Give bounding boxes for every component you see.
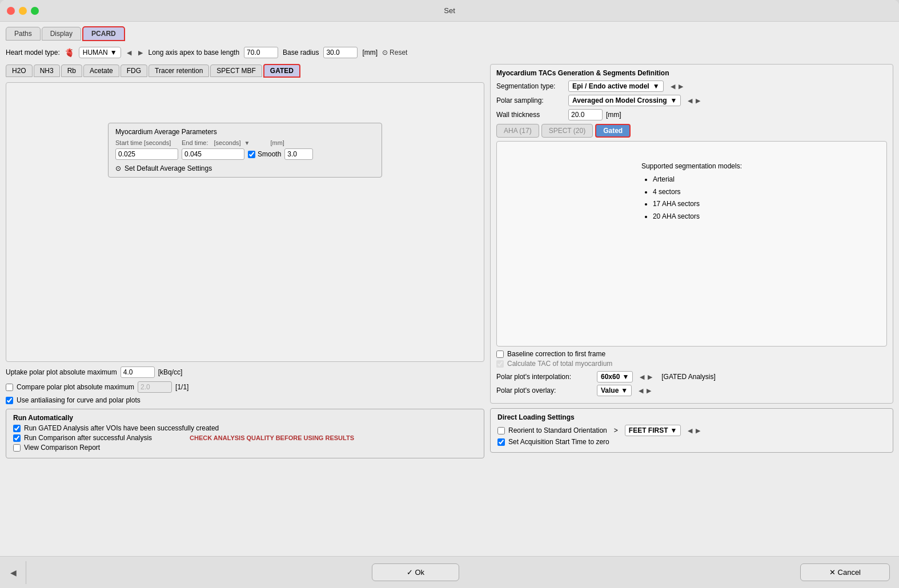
dropdown-icon: ▼ <box>110 49 117 57</box>
run-gated-row: Run GATED Analysis after VOIs have been … <box>13 424 477 432</box>
set-default-row: ⊙ Set Default Average Settings <box>115 164 375 172</box>
baseline-row: Baseline correction to first frame <box>496 350 887 358</box>
smooth-value-input[interactable] <box>284 148 313 160</box>
feet-first-next-btn[interactable]: ▶ <box>695 427 701 434</box>
polar-dropdown-icon: ▼ <box>671 96 677 104</box>
wall-thickness-row: Wall thickness [mm] <box>496 109 887 120</box>
feet-first-prev-btn[interactable]: ◀ <box>687 427 693 434</box>
wall-thickness-input[interactable] <box>568 109 603 120</box>
start-time-header: Start time [seconds] <box>115 139 178 146</box>
compare-input[interactable] <box>138 381 172 393</box>
seg-prev-btn[interactable]: ◀ <box>669 83 676 90</box>
uptake-input[interactable] <box>121 367 155 378</box>
feet-first-select[interactable]: FEET FIRST ▼ <box>625 425 681 436</box>
polar-interp-next-btn[interactable]: ▶ <box>647 373 653 381</box>
heart-model-select[interactable]: HUMAN ▼ <box>79 47 121 58</box>
uptake-row: Uptake polar plot absolute maximum [kBq/… <box>6 367 484 378</box>
tab-acetate[interactable]: Acetate <box>83 65 119 77</box>
feet-first-arrow: ▼ <box>670 426 677 434</box>
seg-type-label: Segmentation type: <box>496 82 565 90</box>
warning-text: CHECK ANALYSIS QUALITY BEFORE USING RESU… <box>190 434 354 441</box>
tab-paths[interactable]: Paths <box>6 27 41 41</box>
polar-overlay-select[interactable]: Value ▼ <box>597 385 632 396</box>
reset-button[interactable]: ⊙ Reset <box>382 49 407 57</box>
base-radius-label: Base radius <box>283 49 319 57</box>
tab-aha17[interactable]: AHA (17) <box>496 124 539 138</box>
time-dropdown-arrow[interactable]: ▼ <box>244 140 250 146</box>
wall-thickness-label: Wall thickness <box>496 111 565 119</box>
polar-overlay-next-btn[interactable]: ▶ <box>645 387 652 394</box>
footer-ok: ✓ Ok <box>372 563 459 581</box>
compare-checkbox[interactable] <box>6 384 13 391</box>
myo-params-title: Myocardium Average Parameters <box>115 128 375 136</box>
view-comparison-checkbox[interactable] <box>13 444 21 452</box>
run-comparison-checkbox[interactable] <box>13 434 21 442</box>
prev-model-btn[interactable]: ◀ <box>126 49 133 57</box>
seg-type-arrows: ◀ ▶ <box>669 83 684 90</box>
polar-interp-arrows: ◀ ▶ <box>639 373 653 381</box>
tab-fdg[interactable]: FDG <box>121 65 147 77</box>
footer-nav: ◀ <box>9 561 31 584</box>
tab-h2o[interactable]: H2O <box>6 65 33 77</box>
polar-interp-row: Polar plot's interpolation: 60x60 ▼ ◀ ▶ … <box>496 371 887 382</box>
calculate-tac-checkbox[interactable] <box>496 360 504 368</box>
compare-label: Compare polar plot absolute maximum <box>17 383 134 391</box>
heart-model-row: Heart model type: 🫀 HUMAN ▼ ◀ ▶ Long axi… <box>6 45 893 61</box>
model-17aha: 17 AHA sectors <box>653 198 742 211</box>
polar-interp-value: 60x60 <box>601 373 620 381</box>
heart-model-value: HUMAN <box>83 49 108 57</box>
close-button[interactable] <box>7 7 15 15</box>
tab-spect20[interactable]: SPECT (20) <box>541 124 593 138</box>
minimize-button[interactable] <box>19 7 27 15</box>
tab-rb[interactable]: Rb <box>61 65 82 77</box>
heart-model-label: Heart model type: <box>6 49 60 57</box>
antialias-row: Use antialiasing for curve and polar plo… <box>6 396 484 404</box>
footer-prev-btn[interactable]: ◀ <box>9 568 18 577</box>
ok-button[interactable]: ✓ Ok <box>372 563 459 581</box>
smooth-checkbox[interactable] <box>248 151 255 158</box>
seconds-header: [seconds] <box>214 139 240 146</box>
calculate-tac-label: Calculate TAC of total myocardium <box>507 360 612 368</box>
direct-title: Direct Loading Settings <box>497 413 886 421</box>
window-controls[interactable] <box>7 7 39 15</box>
polar-sampling-select[interactable]: Averaged on Model Crossing ▼ <box>568 95 681 106</box>
polar-interp-prev-btn[interactable]: ◀ <box>639 373 645 381</box>
tab-spect-mbf[interactable]: SPECT MBF <box>210 65 262 77</box>
polar-next-btn[interactable]: ▶ <box>695 97 701 104</box>
reset-radio-icon: ⊙ <box>382 49 388 57</box>
cancel-button[interactable]: ✕ Cancel <box>800 563 890 581</box>
seg-type-select[interactable]: Epi / Endo active model ▼ <box>568 80 664 92</box>
baseline-checkbox[interactable] <box>496 351 504 358</box>
tab-display[interactable]: Display <box>42 27 81 41</box>
tab-gated[interactable]: GATED <box>263 64 300 78</box>
long-axis-input[interactable] <box>244 47 278 58</box>
view-comparison-label: View Comparison Report <box>24 444 100 452</box>
polar-prev-btn[interactable]: ◀ <box>687 97 693 104</box>
start-time-input[interactable] <box>115 148 178 160</box>
next-model-btn[interactable]: ▶ <box>137 49 144 57</box>
footer: ◀ ✓ Ok ✕ Cancel <box>0 556 899 588</box>
set-acq-checkbox[interactable] <box>497 438 505 446</box>
reorient-checkbox[interactable] <box>497 427 505 434</box>
run-gated-checkbox[interactable] <box>13 425 21 432</box>
tab-gated-seg[interactable]: Gated <box>595 124 631 138</box>
tab-nh3[interactable]: NH3 <box>34 65 60 77</box>
base-radius-input[interactable] <box>323 47 358 58</box>
polar-overlay-label: Polar plot's overlay: <box>496 386 593 394</box>
footer-cancel: ✕ Cancel <box>800 563 890 581</box>
polar-interp-select[interactable]: 60x60 ▼ <box>597 371 633 382</box>
end-time-input[interactable] <box>182 148 244 160</box>
antialias-checkbox[interactable] <box>6 397 13 404</box>
tab-tracer-retention[interactable]: Tracer retention <box>149 65 209 77</box>
tab-pcard[interactable]: PCARD <box>82 26 125 41</box>
set-default-radio[interactable]: ⊙ <box>115 164 121 172</box>
titlebar: Set <box>0 0 899 22</box>
left-main-box: Myocardium Average Parameters Start time… <box>6 82 484 362</box>
maximize-button[interactable] <box>31 7 39 15</box>
main-tabs: Paths Display PCARD <box>6 26 893 41</box>
reorient-label: Reorient to Standard Orientation <box>508 426 607 434</box>
polar-overlay-prev-btn[interactable]: ◀ <box>637 387 644 394</box>
seg-next-btn[interactable]: ▶ <box>677 83 684 90</box>
myo-params-box: Myocardium Average Parameters Start time… <box>108 123 382 178</box>
model-list: Arterial 4 sectors 17 AHA sectors 20 AHA… <box>641 174 742 223</box>
